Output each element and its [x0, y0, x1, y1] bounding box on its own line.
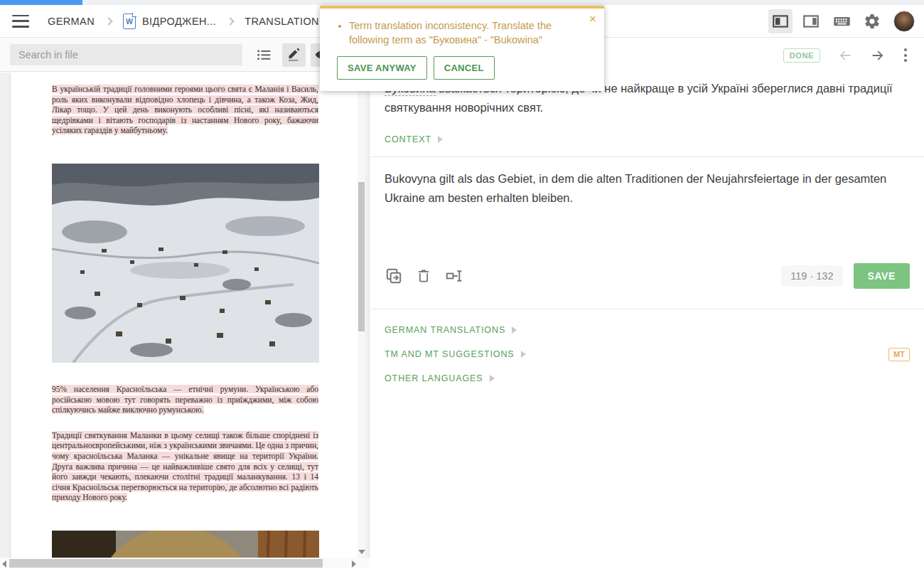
copy-source-icon — [385, 267, 403, 285]
search-input[interactable] — [10, 44, 242, 65]
context-label: CONTEXT — [385, 134, 431, 144]
document-page: В українській традиції головними героями… — [10, 73, 358, 558]
status-badge: DONE — [783, 48, 820, 63]
translation-input[interactable]: Bukovyna gilt als das Gebiet, in dem die… — [385, 169, 910, 208]
divider — [370, 309, 924, 309]
section-label: GERMAN TRANSLATIONS — [385, 325, 505, 335]
horizontal-scrollbar-thumb[interactable] — [9, 559, 323, 568]
pencil-icon — [286, 46, 303, 63]
top-strip — [0, 0, 924, 5]
scroll-left-arrow-icon[interactable] — [2, 560, 6, 568]
chevron-right-icon — [226, 17, 234, 25]
popup-message: Term translation inconsistency. Translat… — [349, 18, 564, 47]
trash-icon — [415, 267, 432, 285]
breadcrumb-section[interactable]: TRANSLATION — [245, 16, 319, 27]
document-paragraph[interactable]: 95% населення Красноїльська — етнічні ру… — [52, 384, 318, 415]
expand-arrow-icon — [490, 375, 495, 382]
target-char-count: 132 — [816, 270, 833, 282]
section-label: TM AND MT SUGGESTIONS — [385, 349, 515, 359]
next-string-button[interactable] — [870, 48, 886, 63]
panel-left-icon — [771, 12, 790, 31]
layout-left-panel-button[interactable] — [768, 9, 793, 33]
paragraph-text: Традиції святкування Маланки в цьому сел… — [52, 431, 318, 502]
arrow-left-icon — [837, 48, 853, 63]
word-file-icon: W — [123, 14, 136, 29]
text-cursor-icon — [444, 267, 464, 285]
popup-message-list: Term translation inconsistency. Translat… — [337, 18, 564, 47]
chevron-right-icon — [104, 17, 112, 25]
file-toolbar — [0, 38, 370, 72]
scroll-down-arrow-icon[interactable] — [358, 550, 365, 554]
document-paragraph[interactable]: Традиції святкування Маланки в цьому сел… — [52, 430, 318, 503]
section-tm-mt-suggestions[interactable]: TM AND MT SUGGESTIONS MT — [370, 342, 924, 366]
previous-string-button[interactable] — [837, 48, 853, 63]
context-toggle[interactable]: CONTEXT — [385, 134, 924, 144]
user-avatar[interactable] — [893, 11, 915, 32]
header-actions — [768, 9, 915, 33]
editor-panel: Буковина вважається територією, де чи не… — [370, 73, 924, 569]
arrow-right-icon — [870, 48, 886, 63]
translation-block: Bukovyna gilt als das Gebiet, in dem die… — [370, 157, 924, 243]
translation-progress-bar — [0, 0, 82, 5]
translation-actions: 119 · 132 SAVE — [370, 243, 924, 309]
keyboard-icon — [832, 11, 852, 31]
section-label: OTHER LANGUAGES — [385, 373, 483, 383]
list-icon — [254, 46, 273, 64]
layout-right-panel-button[interactable] — [799, 9, 823, 33]
source-char-count: 119 — [790, 270, 807, 282]
vertical-scrollbar[interactable] — [358, 73, 365, 557]
breadcrumb-file[interactable]: W ВІДРОДЖЕН... — [123, 14, 216, 29]
clear-translation-button[interactable] — [444, 267, 464, 285]
counter-separator: · — [810, 270, 813, 282]
horizontal-scrollbar[interactable] — [0, 558, 370, 568]
expand-arrow-icon — [521, 351, 526, 358]
breadcrumb-language[interactable]: GERMAN — [48, 16, 95, 27]
section-other-languages[interactable]: OTHER LANGUAGES — [370, 366, 924, 390]
keyboard-shortcuts-button[interactable] — [829, 9, 854, 33]
expand-arrow-icon — [438, 136, 443, 143]
save-button[interactable]: SAVE — [854, 263, 910, 289]
copy-source-button[interactable] — [385, 267, 403, 285]
paragraph-text: В українській традиції головними героями… — [52, 85, 318, 134]
term-inconsistency-popup: × Term translation inconsistency. Transl… — [320, 6, 604, 91]
settings-button[interactable] — [860, 9, 884, 33]
cancel-button[interactable]: CANCEL — [434, 56, 495, 80]
scroll-right-arrow-icon[interactable] — [352, 560, 356, 568]
document-paragraph[interactable]: В українській традиції головними героями… — [52, 84, 318, 136]
section-german-translations[interactable]: GERMAN TRANSLATIONS — [370, 318, 924, 342]
more-options-button[interactable] — [904, 48, 907, 63]
save-anyway-button[interactable]: SAVE ANYWAY — [337, 56, 427, 80]
panel-right-icon — [802, 12, 820, 31]
char-counter: 119 · 132 — [781, 265, 842, 287]
barn-interior-photo — [52, 531, 319, 558]
gear-icon — [864, 13, 881, 30]
vertical-scrollbar-thumb[interactable] — [358, 182, 365, 331]
popup-buttons: SAVE ANYWAY CANCEL — [337, 56, 590, 80]
edit-mode-button[interactable] — [282, 43, 306, 67]
paragraph-text: 95% населення Красноїльська — етнічні ру… — [52, 385, 318, 414]
mt-badge: MT — [888, 348, 910, 361]
breadcrumb-file-label: ВІДРОДЖЕН... — [142, 16, 216, 27]
close-icon[interactable]: × — [589, 13, 596, 25]
document-preview[interactable]: В українській традиції головними героями… — [0, 73, 370, 558]
strings-list-button[interactable] — [252, 43, 275, 67]
expand-arrow-icon — [512, 326, 517, 334]
hamburger-menu-icon[interactable] — [12, 15, 29, 28]
delete-translation-button[interactable] — [415, 267, 432, 285]
aerial-winter-village-photo — [52, 164, 319, 363]
